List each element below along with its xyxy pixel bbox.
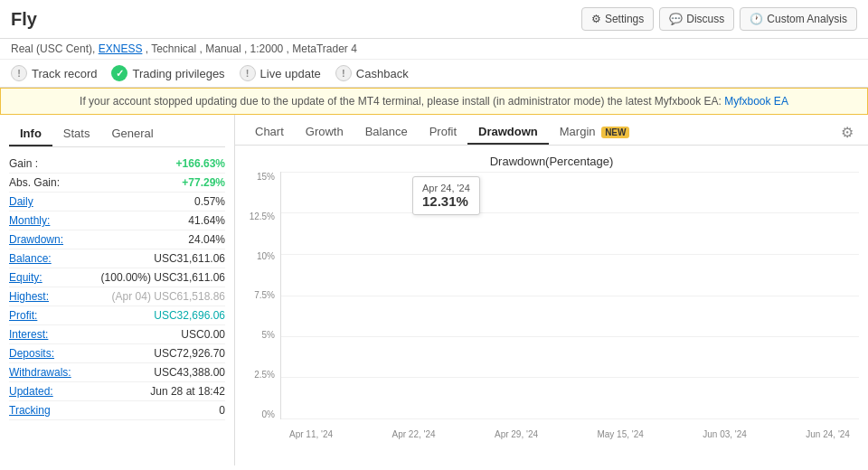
abs-gain-value: +77.29% [182,176,225,189]
right-panel: Chart Growth Balance Profit Drawdown Mar… [235,115,868,465]
updated-label[interactable]: Updated: [9,385,53,398]
chart-plot: Apr 24, '24 12.31% [280,172,859,419]
interest-value: USC0.00 [181,328,225,341]
monthly-value: 41.64% [188,214,225,227]
stat-daily: Daily 0.57% [9,193,225,212]
track-record-label: Track record [32,67,97,80]
equity-value: (100.00%) USC31,611.06 [101,271,225,284]
settings-button[interactable]: ⚙ Settings [581,7,654,31]
tab-stats[interactable]: Stats [52,122,101,146]
stat-deposits: Deposits: USC72,926.70 [9,344,225,363]
nav-trading-privileges[interactable]: ✓ Trading privileges [111,65,224,81]
clock-icon: 🕐 [750,13,763,25]
gain-value: +166.63% [176,157,225,170]
tab-margin[interactable]: Margin NEW [549,120,641,145]
stats-section: Gain : +166.63% Abs. Gain: +77.29% Daily… [9,155,225,420]
profit-value: USC32,696.06 [154,309,225,322]
y-label-5: 5% [262,330,275,340]
updated-value: Jun 28 at 18:42 [150,385,225,398]
nav-cashback[interactable]: ! Cashback [335,65,409,81]
chart-tab-bar: Chart Growth Balance Profit Drawdown Mar… [235,115,868,146]
daily-value: 0.57% [194,195,225,208]
live-update-label: Live update [260,67,321,80]
tab-profit[interactable]: Profit [419,120,467,145]
deposits-label[interactable]: Deposits: [9,347,54,360]
highest-value: (Apr 04) USC61,518.86 [112,290,225,303]
app-title: Fly [11,9,37,30]
chart-area: Drawdown(Percentage) 15% 12.5% 10% 7.5% … [235,146,868,465]
nav-track-record[interactable]: ! Track record [11,65,97,81]
y-label-10: 10% [257,251,275,261]
x-axis: Apr 11, '24 Apr 22, '24 Apr 29, '24 May … [280,421,859,446]
exness-link[interactable]: EXNESS [99,42,143,55]
stat-drawdown: Drawdown: 24.04% [9,230,225,249]
x-label-4: May 15, '24 [597,429,643,439]
drawdown-label[interactable]: Drawdown: [9,233,63,246]
tab-balance[interactable]: Balance [354,120,419,145]
drawdown-value: 24.04% [188,233,225,246]
y-label-7: 7.5% [254,290,275,300]
daily-label[interactable]: Daily [9,195,33,208]
withdrawals-label[interactable]: Withdrawals: [9,366,71,379]
highest-label[interactable]: Highest: [9,290,49,303]
discuss-button[interactable]: 💬 Discuss [659,7,734,31]
stat-balance: Balance: USC31,611.06 [9,249,225,268]
tracking-value: 0 [219,404,225,417]
stat-tracking: Tracking 0 [9,401,225,420]
stat-profit: Profit: USC32,696.06 [9,306,225,325]
nav-bar: ! Track record ✓ Trading privileges ! Li… [0,60,868,88]
withdrawals-value: USC43,388.00 [154,366,225,379]
stat-updated: Updated: Jun 28 at 18:42 [9,382,225,401]
top-actions: ⚙ Settings 💬 Discuss 🕐 Custom Analysis [581,7,857,31]
top-bar: Fly ⚙ Settings 💬 Discuss 🕐 Custom Analys… [0,0,868,39]
y-axis: 15% 12.5% 10% 7.5% 5% 2.5% 0% [244,172,278,419]
chart-title: Drawdown(Percentage) [244,155,859,168]
trading-privileges-label: Trading privileges [132,67,224,80]
grid-line-7 [281,418,859,419]
chart-container: 15% 12.5% 10% 7.5% 5% 2.5% 0% [244,172,859,446]
x-label-2: Apr 22, '24 [392,429,435,439]
stat-equity: Equity: (100.00%) USC31,611.06 [9,268,225,287]
profit-label[interactable]: Profit: [9,309,37,322]
stat-highest: Highest: (Apr 04) USC61,518.86 [9,287,225,306]
balance-label[interactable]: Balance: [9,252,52,265]
info-tab-bar: Info Stats General [9,122,225,147]
tab-chart[interactable]: Chart [244,120,295,145]
new-badge: NEW [601,127,629,138]
warning-icon-2: ! [240,65,256,81]
x-label-6: Jun 24, '24 [806,429,850,439]
myfxbook-link[interactable]: Myfxbook EA [724,95,788,108]
custom-analysis-button[interactable]: 🕐 Custom Analysis [740,7,857,31]
tab-drawdown[interactable]: Drawdown [467,120,549,145]
y-label-15: 15% [257,172,275,182]
gear-icon: ⚙ [591,13,601,25]
stat-monthly: Monthly: 41.64% [9,212,225,230]
tracking-label[interactable]: Tracking [9,404,51,417]
tab-general[interactable]: General [100,122,164,146]
warning-icon: ! [11,65,27,81]
interest-label[interactable]: Interest: [9,328,48,341]
equity-label[interactable]: Equity: [9,271,42,284]
stat-abs-gain: Abs. Gain: +77.29% [9,174,225,193]
y-label-2: 2.5% [254,370,275,380]
chat-icon: 💬 [669,13,683,25]
check-icon: ✓ [111,65,127,81]
x-label-5: Jun 03, '24 [703,429,747,439]
filter-icon[interactable]: ⚙ [835,120,859,145]
nav-live-update[interactable]: ! Live update [240,65,321,81]
cashback-label: Cashback [356,67,409,80]
tooltip-date: Apr 24, '24 [422,183,470,193]
monthly-label[interactable]: Monthly: [9,214,50,227]
sub-bar: Real (USC Cent), EXNESS , Technical , Ma… [0,39,868,60]
bars-area [281,172,859,418]
alert-bar: If your account stopped updating due to … [0,88,868,115]
x-label-1: Apr 11, '24 [289,429,333,439]
main-content: Info Stats General Gain : +166.63% Abs. … [0,115,868,465]
tab-info[interactable]: Info [9,122,52,146]
gain-label: Gain : [9,157,38,170]
x-label-3: Apr 29, '24 [495,429,538,439]
tab-growth[interactable]: Growth [295,120,354,145]
chart-tabs: Chart Growth Balance Profit Drawdown Mar… [244,120,640,145]
abs-gain-label: Abs. Gain: [9,176,60,189]
tooltip-value: 12.31% [422,193,470,209]
